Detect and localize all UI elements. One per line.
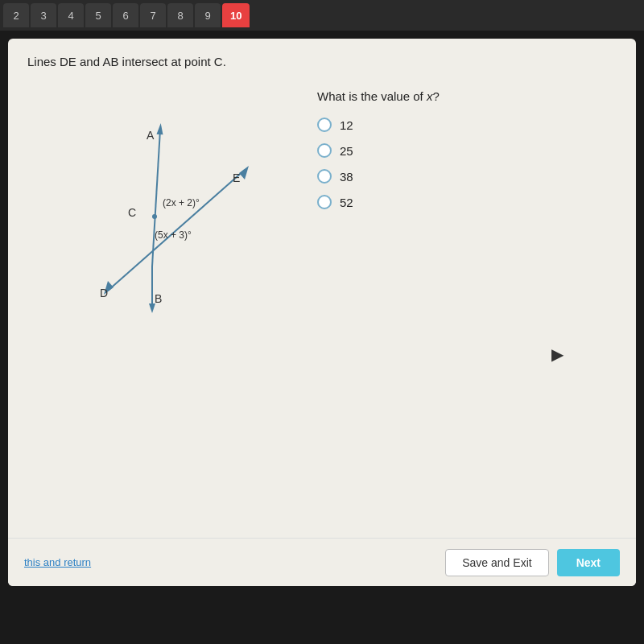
svg-text:C: C <box>128 206 136 219</box>
radio-12[interactable] <box>317 118 332 132</box>
radio-38[interactable] <box>317 169 332 184</box>
tab-3[interactable]: 3 <box>31 3 56 27</box>
option-25[interactable]: 25 <box>317 143 617 158</box>
label-12: 12 <box>340 118 353 132</box>
svg-point-14 <box>152 214 157 219</box>
svg-text:D: D <box>100 287 108 299</box>
svg-marker-1 <box>156 123 163 135</box>
mc-area: What is the value of x? 12 25 38 52 <box>317 81 617 221</box>
option-52[interactable]: 52 <box>317 195 617 209</box>
tab-4[interactable]: 4 <box>58 3 84 27</box>
diagram-area: A E C D B (2x + 2)° (5x + 3)° <box>27 81 285 323</box>
option-12[interactable]: 12 <box>317 118 617 132</box>
save-and-exit-button[interactable]: Save and Exit <box>445 549 548 576</box>
bottom-bar: this and return Save and Exit Next <box>8 538 636 586</box>
tab-10[interactable]: 10 <box>222 3 250 27</box>
tab-7[interactable]: 7 <box>140 3 166 27</box>
next-button[interactable]: Next <box>557 549 620 576</box>
option-38[interactable]: 38 <box>317 169 617 184</box>
label-25: 25 <box>340 144 353 158</box>
svg-text:A: A <box>147 129 155 142</box>
label-52: 52 <box>340 196 353 209</box>
geometry-diagram: A E C D B (2x + 2)° (5x + 3)° <box>27 81 269 315</box>
tab-5[interactable]: 5 <box>85 3 111 27</box>
this-and-return-link[interactable]: this and return <box>24 556 91 568</box>
mc-question: What is the value of x? <box>317 89 617 103</box>
svg-text:(2x + 2)°: (2x + 2)° <box>163 197 200 208</box>
tab-bar: 2 3 4 5 6 7 8 9 10 <box>0 0 644 31</box>
svg-marker-5 <box>239 166 249 180</box>
main-content: Lines DE and AB intersect at point C. <box>8 39 636 586</box>
content-row: A E C D B (2x + 2)° (5x + 3)° W <box>27 81 617 323</box>
svg-text:(5x + 3)°: (5x + 3)° <box>155 229 192 241</box>
svg-text:B: B <box>155 292 162 305</box>
radio-25[interactable] <box>317 143 332 158</box>
tab-9[interactable]: 9 <box>195 3 221 27</box>
tab-2[interactable]: 2 <box>3 3 29 27</box>
button-group: Save and Exit Next <box>445 549 620 576</box>
mouse-cursor: ▶ <box>551 345 564 364</box>
label-38: 38 <box>340 170 353 184</box>
tab-6[interactable]: 6 <box>113 3 138 27</box>
radio-52[interactable] <box>317 195 332 209</box>
svg-text:E: E <box>233 171 240 184</box>
question-header: Lines DE and AB intersect at point C. <box>27 55 617 68</box>
tab-8[interactable]: 8 <box>167 3 193 27</box>
